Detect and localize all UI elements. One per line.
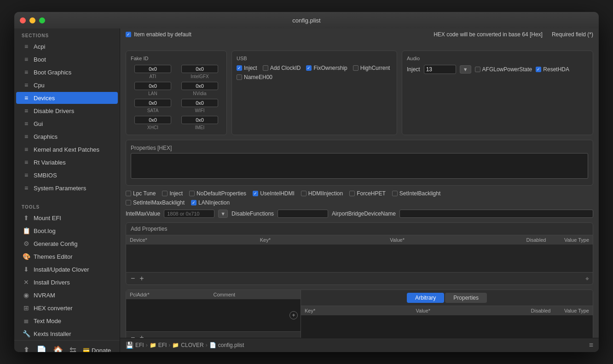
menu-icon[interactable]: ≡: [589, 341, 593, 349]
set-intel-backlight-text: SetIntelBacklight: [399, 190, 440, 197]
sep2: ›: [168, 342, 170, 348]
sidebar-item-boot[interactable]: ≡ Boot: [16, 53, 118, 65]
afg-checkbox[interactable]: [475, 67, 480, 72]
back-icon[interactable]: ⬆: [23, 345, 30, 352]
disable-functions-input[interactable]: [278, 210, 328, 218]
cursor-icon: ⌖: [585, 275, 589, 283]
file-icon[interactable]: 📄: [36, 345, 46, 352]
usb-highcurrent-checkbox[interactable]: [353, 65, 359, 71]
xhci-input[interactable]: [134, 116, 171, 124]
reset-hda-checkbox[interactable]: ✓: [536, 67, 541, 72]
sidebar-item-graphics[interactable]: ≡ Graphics: [16, 131, 118, 142]
usb-nameeh00-checkbox[interactable]: [237, 74, 242, 80]
sidebar-item-smbios[interactable]: ≡ SMBIOS: [16, 169, 118, 181]
sidebar-item-system-params[interactable]: ≡ System Parameters: [16, 182, 118, 194]
hdmi-injection-checkbox[interactable]: [301, 191, 306, 196]
no-default-props-label[interactable]: NoDefaultProperties: [189, 190, 246, 197]
properties-textarea[interactable]: [131, 153, 588, 179]
sidebar-item-themes-editor[interactable]: 🎨 Themes Editor: [16, 250, 118, 262]
sidebar-item-devices[interactable]: ≡ Devices: [16, 92, 118, 104]
lan-injection-checkbox[interactable]: ✓: [191, 200, 197, 205]
add-pciaddr-button[interactable]: +: [139, 334, 145, 338]
sidebar-item-install-drivers[interactable]: ✕ Install Drivers: [16, 276, 118, 288]
close-button[interactable]: [20, 17, 26, 23]
usb-highcurrent-label[interactable]: HighCurrent: [353, 65, 390, 71]
fake-id-xhci: XHCI: [131, 116, 175, 130]
afg-label[interactable]: AFGLowPowerState: [475, 66, 532, 73]
remove-property-button[interactable]: −: [130, 274, 136, 283]
sidebar-item-mount-efi[interactable]: ⬆ Mount EFI: [16, 212, 118, 224]
drivers-icon: ✕: [23, 279, 30, 286]
sidebar-item-acpi[interactable]: ≡ Acpi: [16, 40, 118, 52]
usb-inject-label[interactable]: ✓ Inject: [237, 65, 257, 71]
add-property-button[interactable]: +: [139, 274, 145, 283]
donate-button[interactable]: 💳 Donate: [83, 347, 111, 353]
hdmi-injection-label[interactable]: HDMIInjection: [301, 190, 343, 197]
content-scroll[interactable]: Fake ID ATI IntelGFX: [120, 45, 599, 338]
usb-fixownership-label[interactable]: ✓ FixOwnership: [306, 65, 347, 71]
wifi-input[interactable]: [181, 99, 218, 107]
sidebar-item-gui[interactable]: ≡ Gui: [16, 118, 118, 130]
tab-properties[interactable]: Properties: [445, 293, 487, 303]
sidebar-item-kexts-installer[interactable]: 🔧 Kexts Installer: [16, 328, 118, 340]
intelgfx-input[interactable]: [181, 65, 218, 73]
lpc-tune-checkbox[interactable]: [126, 191, 131, 196]
sidebar-item-boot-graphics[interactable]: ≡ Boot Graphics: [16, 66, 118, 78]
force-hpet-checkbox[interactable]: [349, 191, 355, 196]
nvidia-input[interactable]: [181, 82, 218, 90]
set-intel-backlight-checkbox[interactable]: [392, 191, 398, 196]
list-icon: ≡: [23, 171, 30, 179]
sidebar-item-disable-drivers[interactable]: ≡ Disable Drivers: [16, 105, 118, 117]
home-icon[interactable]: 🏠: [53, 345, 63, 352]
sidebar-item-label: Devices: [34, 95, 55, 102]
nvram-icon: ◉: [23, 291, 30, 299]
usb-nameeh00-label[interactable]: NameEH00: [237, 74, 272, 80]
audio-inject-dropdown[interactable]: ▼: [460, 65, 471, 74]
sidebar-item-hex-converter[interactable]: ⊞ HEX converter: [16, 302, 118, 314]
sidebar-item-boot-log[interactable]: 📋 Boot.log: [16, 225, 118, 237]
lpc-tune-label[interactable]: Lpc Tune: [126, 190, 156, 197]
sata-input[interactable]: [134, 99, 171, 107]
share-icon[interactable]: ⇆: [69, 345, 76, 352]
item-enabled-section: ✓ Item enabled by default: [126, 31, 191, 38]
download-icon: ⬇: [23, 266, 30, 273]
pciaddr-add-button[interactable]: +: [289, 311, 298, 319]
usb-fixownership-checkbox[interactable]: ✓: [306, 65, 312, 71]
imei-input[interactable]: [181, 116, 218, 124]
sidebar-item-rt-variables[interactable]: ≡ Rt Variables: [16, 156, 118, 168]
set-intel-backlight-label[interactable]: SetIntelBacklight: [392, 190, 440, 197]
intel-max-dropdown[interactable]: ▼: [218, 210, 228, 218]
fake-id-grid: ATI IntelGFX LAN: [131, 65, 222, 130]
maximize-button[interactable]: [39, 17, 45, 23]
lan-input[interactable]: [134, 82, 171, 90]
set-intel-max-backlight-checkbox[interactable]: [126, 200, 131, 205]
usb-addclockid-checkbox[interactable]: [263, 65, 268, 71]
lan-injection-label[interactable]: ✓ LANInjection: [191, 199, 230, 206]
airport-bridge-input[interactable]: [399, 210, 593, 218]
ati-input[interactable]: [134, 65, 171, 73]
minimize-button[interactable]: [29, 17, 35, 23]
tab-arbitrary[interactable]: Arbitrary: [407, 293, 444, 303]
no-default-props-checkbox[interactable]: [189, 191, 195, 196]
reset-hda-label[interactable]: ✓ ResetHDA: [536, 66, 569, 73]
sidebar-item-cpu[interactable]: ≡ Cpu: [16, 79, 118, 91]
sidebar-item-generate-config[interactable]: ⚙ Generate Config: [16, 238, 118, 250]
sidebar-item-label: Acpi: [34, 43, 45, 50]
main-window: config.plist SECTIONS ≡ Acpi ≡ Boot ≡ Bo…: [14, 12, 599, 352]
audio-inject-value[interactable]: [424, 65, 456, 74]
force-hpet-label[interactable]: ForceHPET: [349, 190, 386, 197]
sidebar-item-nvram[interactable]: ◉ NVRAM: [16, 289, 118, 301]
use-intel-hdmi-label[interactable]: ✓ UseIntelHDMI: [253, 190, 295, 197]
inject-checkbox[interactable]: [162, 191, 168, 196]
inject-label[interactable]: Inject: [162, 190, 183, 197]
sidebar-item-kernel-kext[interactable]: ≡ Kernel and Kext Patches: [16, 143, 118, 155]
sidebar-item-install-update[interactable]: ⬇ Install/Update Clover: [16, 263, 118, 275]
intel-max-input[interactable]: [164, 210, 214, 218]
sidebar-item-text-mode[interactable]: ≣ Text Mode: [16, 315, 118, 327]
item-enabled-checkbox[interactable]: ✓: [126, 32, 131, 37]
use-intel-hdmi-checkbox[interactable]: ✓: [253, 191, 258, 196]
usb-addclockid-label[interactable]: Add ClockID: [263, 65, 301, 71]
remove-pciaddr-button[interactable]: −: [130, 334, 136, 338]
set-intel-max-backlight-label[interactable]: SetIntelMaxBacklight: [126, 199, 185, 206]
usb-inject-checkbox[interactable]: ✓: [237, 65, 242, 71]
